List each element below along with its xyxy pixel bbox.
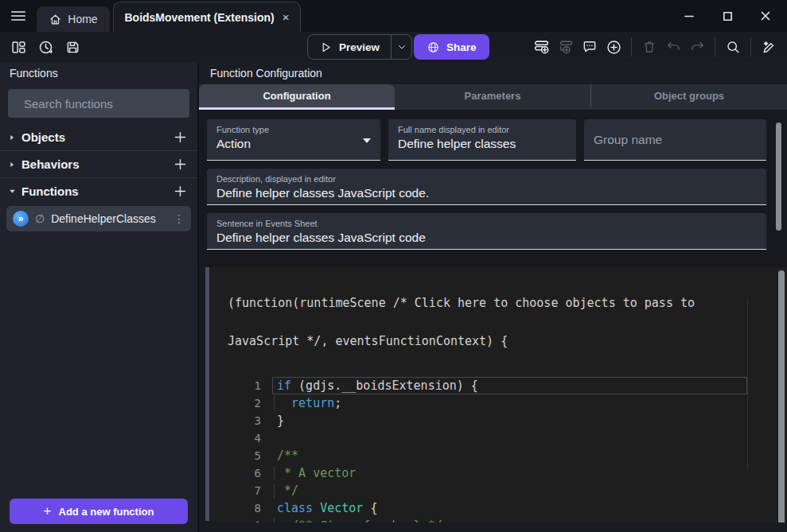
add-subevent-button[interactable] (555, 37, 576, 57)
add-event-button[interactable] (532, 37, 552, 57)
project-manager-button[interactable] (8, 37, 29, 57)
tab-configuration[interactable]: Configuration (199, 84, 395, 110)
chevron-right-icon[interactable] (8, 134, 21, 142)
form-row: Sentence in Events Sheet Define helper c… (207, 213, 766, 250)
function-item-definehelperclasses[interactable]: » ∅ DefineHelperClasses ⋮ (6, 206, 191, 231)
undo-icon (665, 39, 682, 56)
add-subevent-icon (557, 38, 575, 56)
tab-parameters[interactable]: Parameters (395, 84, 590, 110)
section-label: Behaviors (21, 157, 80, 171)
code-line[interactable]: 2 return; (199, 394, 787, 412)
search-button[interactable] (723, 37, 743, 57)
window-minimize-button[interactable] (682, 9, 696, 23)
kebab-menu-icon[interactable]: ⋮ (173, 212, 185, 225)
code-scrollbar[interactable] (778, 270, 785, 526)
version-history-button[interactable] (35, 37, 56, 57)
sidebar-item-behaviors[interactable]: Behaviors (0, 151, 197, 177)
sidebar-title: Functions (0, 62, 197, 84)
sidebar-item-objects[interactable]: Objects (0, 124, 197, 150)
app-window: Home BoidsMovement (Extension) × (0, 0, 787, 532)
chevron-right-icon[interactable] (8, 161, 21, 169)
chevron-down-icon (396, 41, 407, 52)
full-name-field[interactable]: Full name displayed in editor Define hel… (388, 119, 576, 161)
preview-options-button[interactable] (391, 35, 411, 59)
add-new-function-button[interactable]: + Add a new function (10, 499, 188, 524)
delete-button[interactable] (639, 37, 660, 57)
sentence-field[interactable]: Sentence in Events Sheet Define helper c… (207, 213, 766, 250)
code-header-line: JavaScript */, eventsFunctionContext) { (228, 335, 787, 348)
code-header-line: (function(runtimeScene /* Click here to … (228, 297, 787, 309)
window-close-button[interactable] (758, 9, 773, 23)
redo-button[interactable] (687, 37, 707, 57)
tab-close-icon[interactable]: × (282, 11, 290, 23)
code-line[interactable]: 5/** (199, 447, 787, 464)
field-value: Action (216, 137, 371, 151)
description-field[interactable]: Description, displayed in editor Define … (207, 169, 766, 205)
redo-icon (689, 39, 706, 56)
sidebar-item-functions[interactable]: Functions (0, 178, 197, 204)
add-behavior-button[interactable] (173, 157, 188, 172)
search-icon (725, 39, 741, 55)
field-label: Description, displayed in editor (216, 174, 757, 184)
toolbar-divider (750, 37, 751, 56)
indent-guide (274, 483, 275, 498)
code-line[interactable]: 1if (gdjs.__boidsExtension) { (199, 377, 787, 394)
content: Functions Objects Behaviors (0, 62, 787, 532)
code-text: /** (277, 447, 298, 464)
form-row: Function type Action Full name displayed… (207, 119, 766, 161)
main-panel: Function Configuration Configuration Par… (199, 62, 787, 532)
code-text: */ (277, 482, 298, 499)
preview-label: Preview (339, 41, 380, 53)
hamburger-menu-button[interactable] (8, 6, 29, 26)
code-line[interactable]: 6 * A vector (199, 464, 787, 482)
indent-guide (274, 396, 275, 410)
plus-circle-icon (606, 39, 622, 56)
code-editor[interactable]: (function(runtimeScene /* Click here to … (199, 267, 787, 532)
preview-button[interactable]: Preview (308, 35, 391, 59)
search-box[interactable] (8, 89, 189, 118)
minimize-icon (683, 10, 695, 22)
add-other-button[interactable] (603, 37, 624, 57)
add-comment-button[interactable] (579, 37, 600, 57)
window-maximize-button[interactable] (720, 9, 734, 23)
tab-home[interactable]: Home (37, 6, 110, 32)
field-label: Full name displayed in editor (398, 125, 567, 134)
code-line[interactable]: 4 (199, 429, 787, 447)
code-line[interactable]: 7 */ (199, 482, 787, 499)
dropdown-arrow-icon[interactable] (363, 138, 371, 143)
code-wrapper-header[interactable]: (function(runtimeScene /* Click here to … (228, 267, 787, 373)
hamburger-icon (10, 7, 27, 25)
share-button[interactable]: Share (414, 34, 489, 60)
add-event-icon (533, 38, 551, 56)
field-label: Function type (216, 125, 371, 134)
function-type-select[interactable]: Function type Action (207, 119, 380, 161)
field-label: Sentence in Events Sheet (216, 219, 757, 228)
sidebar-spacer (0, 233, 197, 491)
tab-boidsmovement[interactable]: BoidsMovement (Extension) × (113, 2, 301, 32)
toolbar-divider (715, 37, 715, 56)
edit-extension-button[interactable] (758, 37, 779, 57)
save-button[interactable] (62, 37, 83, 57)
code-text: } (277, 412, 284, 429)
share-label: Share (446, 41, 477, 53)
config-scrollbar[interactable] (776, 122, 781, 231)
add-object-button[interactable] (173, 130, 188, 145)
line-number: 3 (199, 412, 261, 429)
group-name-field[interactable]: Group name (584, 119, 766, 161)
function-icon: » (13, 211, 29, 227)
toolbar-divider (631, 37, 632, 56)
field-value: Define helper classes JavaScript code. (216, 186, 757, 200)
edit-extension-icon (761, 39, 777, 56)
code-line[interactable]: 3} (199, 412, 787, 429)
trash-icon (641, 39, 657, 55)
line-number: 7 (199, 482, 261, 499)
search-input[interactable] (24, 97, 182, 111)
add-function-plus-button[interactable] (173, 184, 188, 199)
code-line[interactable]: 8class Vector { (199, 499, 787, 517)
chevron-down-icon[interactable] (8, 187, 21, 196)
comment-icon (582, 39, 598, 55)
line-number: 8 (199, 499, 261, 517)
plus-icon: + (44, 503, 52, 519)
undo-button[interactable] (663, 37, 684, 57)
tab-object-groups[interactable]: Object groups (590, 84, 787, 110)
